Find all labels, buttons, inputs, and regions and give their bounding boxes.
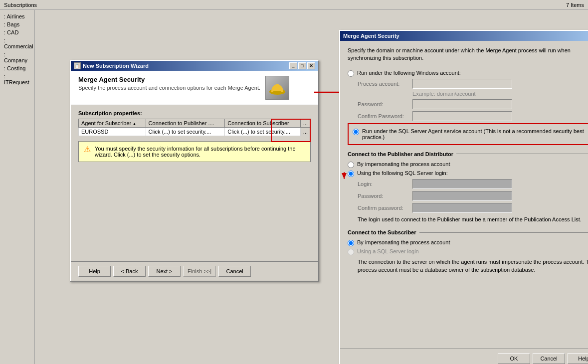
cancel-button[interactable]: Cancel bbox=[218, 266, 251, 277]
password-row: Password: bbox=[348, 99, 588, 109]
titlebar-controls: _ □ ✕ bbox=[289, 62, 315, 69]
merge-dialog-titlebar: Merge Agent Security ✕ bbox=[340, 31, 588, 41]
sidebar-item-itrequest[interactable]: : ITRequest bbox=[0, 72, 34, 86]
pub-password-input[interactable] bbox=[412, 191, 512, 201]
subscriber-section-divider: Connect to the Subscriber bbox=[348, 229, 588, 235]
radio-sql-login[interactable]: Using the following SQL Server login: bbox=[348, 170, 588, 177]
radio-impersonate-label: By impersonating the process account bbox=[357, 161, 450, 167]
wizard-heading: Merge Agent Security bbox=[78, 76, 260, 83]
wizard-titlebar: 📋 New Subscription Wizard _ □ ✕ bbox=[71, 61, 318, 71]
cell-subscriber[interactable]: Click (...) to set security.... bbox=[225, 128, 301, 136]
password-label: Password: bbox=[358, 101, 412, 107]
process-account-hint: Example: domain\account bbox=[348, 91, 588, 97]
taskbar-title: Subscriptions bbox=[4, 2, 37, 8]
radio-sub-sql-login-label: Using a SQL Server login bbox=[357, 248, 419, 254]
table-container: Agent for Subscriber Connection to Publi… bbox=[78, 119, 311, 136]
publisher-info: The login used to connect to the Publish… bbox=[348, 216, 588, 223]
wizard-buttons: Help < Back Next > Finish >>| Cancel bbox=[71, 261, 318, 281]
radio-sub-impersonate-label: By impersonating the process account bbox=[357, 239, 450, 245]
taskbar: Subscriptions 7 Items bbox=[0, 0, 588, 10]
sidebar-item-cad[interactable]: : CAD bbox=[0, 28, 34, 36]
confirm-password-label: Confirm Password: bbox=[358, 113, 412, 119]
dialog-footer: OK Cancel Help bbox=[340, 349, 588, 364]
col-agent[interactable]: Agent for Subscriber bbox=[79, 119, 146, 128]
sidebar-item-commercial[interactable]: : Commercial bbox=[0, 36, 34, 50]
pub-confirm-password-row: Confirm password: bbox=[348, 203, 588, 213]
publisher-section-divider: Connect to the Publisher and Distributor bbox=[348, 151, 588, 157]
process-account-label: Process account: bbox=[358, 81, 412, 87]
pub-password-row: Password: bbox=[348, 191, 588, 201]
back-button[interactable]: < Back bbox=[113, 266, 146, 277]
sidebar-item-costing[interactable]: : Costing bbox=[0, 64, 34, 72]
publisher-section-title: Connect to the Publisher and Distributor bbox=[348, 151, 453, 157]
warning-text: You must specify the security informatio… bbox=[95, 146, 305, 158]
process-account-row: Process account: bbox=[348, 79, 588, 89]
content-area: 📋 New Subscription Wizard _ □ ✕ Merge Ag… bbox=[35, 10, 588, 364]
ok-button[interactable]: OK bbox=[498, 353, 530, 364]
help-dialog-button[interactable]: Help bbox=[568, 353, 588, 364]
radio-windows-account-input[interactable] bbox=[348, 70, 354, 77]
dialog-intro: Specify the domain or machine account un… bbox=[348, 47, 588, 62]
cell-action[interactable]: ... bbox=[300, 128, 310, 136]
login-input[interactable] bbox=[412, 179, 512, 189]
login-row: Login: bbox=[348, 179, 588, 189]
radio-windows-account[interactable]: Run under the following Windows account: bbox=[348, 70, 588, 77]
password-input[interactable] bbox=[412, 99, 512, 109]
warning-box: ⚠ You must specify the security informat… bbox=[78, 141, 311, 162]
radio-sub-impersonate-input[interactable] bbox=[348, 240, 354, 246]
wizard-window: 📋 New Subscription Wizard _ □ ✕ Merge Ag… bbox=[70, 60, 319, 282]
radio-windows-account-label: Run under the following Windows account: bbox=[357, 70, 461, 76]
radio-sub-sql-login-input[interactable] bbox=[348, 249, 354, 255]
help-button[interactable]: Help bbox=[78, 266, 111, 277]
radio-impersonate-input[interactable] bbox=[348, 162, 354, 168]
process-account-input[interactable] bbox=[412, 79, 512, 89]
next-button[interactable]: Next > bbox=[148, 266, 181, 277]
section-label: Subscription properties: bbox=[78, 110, 311, 116]
dialog-content: Specify the domain or machine account un… bbox=[340, 41, 588, 284]
subscriber-section-title: Connect to the Subscriber bbox=[348, 229, 416, 235]
subscriber-info: The connection to the server on which th… bbox=[348, 258, 588, 274]
sql-login-radio-container: Using the following SQL Server login: bbox=[348, 170, 588, 177]
sidebar-item-airlines[interactable]: : Airlines bbox=[0, 12, 34, 20]
minimize-button[interactable]: _ bbox=[289, 62, 297, 69]
publisher-section: By impersonating the process account bbox=[348, 161, 588, 223]
radio-impersonate[interactable]: By impersonating the process account bbox=[348, 161, 588, 168]
cell-agent: EUROSSD bbox=[79, 128, 146, 136]
wizard-header: Merge Agent Security Specify the process… bbox=[71, 71, 318, 105]
confirm-password-row: Confirm Password: bbox=[348, 111, 588, 121]
sidebar: : Airlines : Bags : CAD : Commercial : C… bbox=[0, 10, 35, 364]
pub-confirm-password-input[interactable] bbox=[412, 203, 512, 213]
sidebar-item-company[interactable]: : Company bbox=[0, 50, 34, 64]
pub-confirm-password-label: Confirm password: bbox=[358, 205, 412, 211]
wizard-title-text: New Subscription Wizard bbox=[83, 63, 149, 69]
taskbar-item-count: 7 Items bbox=[566, 2, 584, 8]
radio-sql-agent-input[interactable] bbox=[353, 129, 359, 135]
maximize-button[interactable]: □ bbox=[298, 62, 306, 69]
subscriber-section: By impersonating the process account Usi… bbox=[348, 239, 588, 274]
merge-dialog-title: Merge Agent Security bbox=[343, 33, 399, 39]
col-subscriber[interactable]: Connection to Subscriber bbox=[225, 119, 301, 128]
radio-sub-sql-login[interactable]: Using a SQL Server login bbox=[348, 248, 588, 255]
wizard-title-icon: 📋 bbox=[74, 62, 81, 69]
finish-button[interactable]: Finish >>| bbox=[183, 266, 216, 277]
table-row[interactable]: EUROSSD Click (...) to set security.... … bbox=[79, 128, 311, 136]
radio-sql-agent[interactable]: Run under the SQL Server Agent service a… bbox=[353, 128, 588, 140]
login-label: Login: bbox=[358, 181, 412, 187]
close-button[interactable]: ✕ bbox=[307, 62, 315, 69]
merge-dialog: Merge Agent Security ✕ Specify the domai… bbox=[339, 30, 588, 364]
wizard-subheading: Specify the process account and connecti… bbox=[78, 85, 260, 91]
pub-password-label: Password: bbox=[358, 193, 412, 199]
subscription-table: Agent for Subscriber Connection to Publi… bbox=[78, 119, 311, 136]
main-area: : Airlines : Bags : CAD : Commercial : C… bbox=[0, 10, 588, 364]
cell-publisher[interactable]: Click (...) to set security.... bbox=[146, 128, 225, 136]
col-action[interactable]: ... bbox=[300, 119, 310, 128]
radio-sql-login-input[interactable] bbox=[348, 171, 354, 177]
sidebar-item-bags[interactable]: : Bags bbox=[0, 20, 34, 28]
wizard-icon bbox=[265, 76, 289, 100]
confirm-password-input[interactable] bbox=[412, 111, 512, 121]
sql-agent-radio-highlight: Run under the SQL Server Agent service a… bbox=[348, 123, 588, 145]
radio-sub-impersonate[interactable]: By impersonating the process account bbox=[348, 239, 588, 246]
col-publisher[interactable]: Connection to Publisher .... bbox=[146, 119, 225, 128]
cancel-dialog-button[interactable]: Cancel bbox=[533, 353, 565, 364]
svg-rect-1 bbox=[273, 91, 281, 93]
